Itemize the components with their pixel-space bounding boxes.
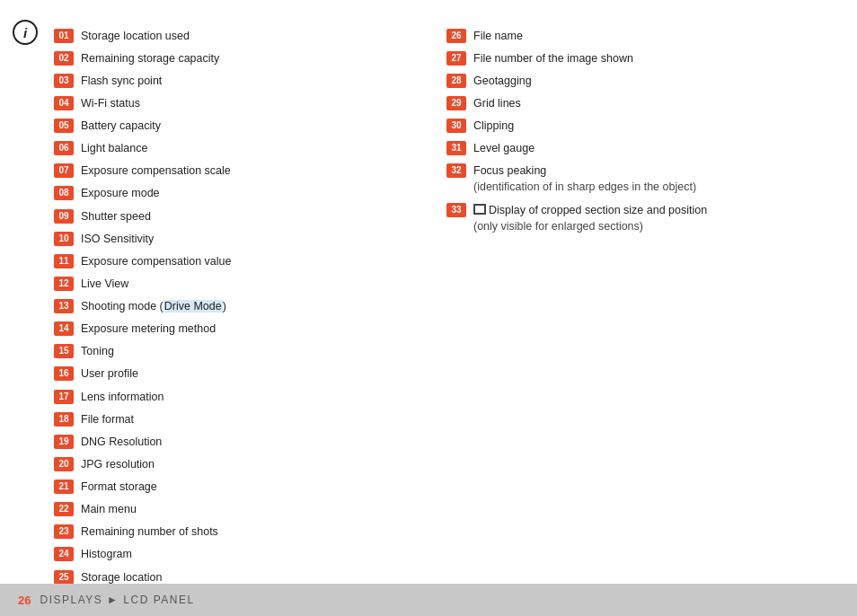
crop-section-icon [473, 204, 486, 215]
list-item: 12Live View [54, 273, 428, 294]
list-item: 28Geotagging [446, 70, 821, 91]
item-badge: 15 [54, 344, 74, 358]
item-text: Storage location used [81, 28, 190, 44]
item-badge: 26 [446, 29, 466, 43]
item-badge: 27 [446, 51, 466, 66]
item-text: Live View [81, 276, 128, 292]
item-text: Grid lines [473, 95, 521, 111]
list-item: 33Display of cropped section size and po… [446, 199, 821, 236]
item-badge: 30 [446, 119, 466, 133]
item-text: Display of cropped section size and posi… [473, 202, 707, 234]
list-item: 19DNG Resolution [54, 431, 428, 452]
list-item: 20JPG resolution [54, 453, 428, 474]
footer-number: 26 [18, 594, 31, 607]
item-text: Level gauge [473, 140, 535, 156]
list-item: 30Clipping [446, 116, 821, 136]
item-badge: 12 [54, 277, 74, 291]
item-subtext: (only visible for enlarged sections) [473, 218, 707, 234]
item-text: Exposure compensation value [81, 253, 231, 269]
item-text: Clipping [473, 118, 514, 134]
list-item: 15Toning [54, 341, 428, 362]
item-text: Shooting mode (Drive Mode) [81, 298, 226, 314]
item-text: Wi-Fi status [81, 95, 140, 111]
item-text: Histogram [81, 546, 132, 562]
list-item: 22Main menu [54, 499, 428, 520]
item-badge: 01 [54, 29, 74, 43]
item-text: Flash sync point [81, 73, 162, 89]
item-badge: 19 [54, 435, 74, 449]
item-text: DNG Resolution [81, 434, 162, 450]
item-badge: 28 [446, 74, 466, 88]
item-text: Format storage [81, 479, 157, 495]
list-item: 18File format [54, 409, 428, 429]
item-badge: 24 [54, 547, 74, 561]
item-text: Shutter speed [81, 208, 151, 224]
item-text: Battery capacity [81, 118, 161, 134]
list-item: 05Battery capacity [54, 116, 428, 136]
list-item: 09Shutter speed [54, 206, 428, 226]
page-content: 01Storage location used02Remaining stora… [0, 0, 857, 616]
item-badge: 10 [54, 232, 74, 246]
item-badge: 18 [54, 412, 74, 427]
footer-text: DISPLAYS ► LCD PANEL [40, 594, 194, 606]
list-item: 26File name [446, 25, 821, 46]
item-badge: 13 [54, 299, 74, 313]
item-text: Lens information [81, 389, 163, 405]
item-badge: 32 [446, 163, 466, 178]
item-text: Focus peaking(identification of in sharp… [473, 163, 696, 195]
list-item: 23Remaining number of shots [54, 522, 428, 542]
list-item: 10ISO Sensitivity [54, 228, 428, 249]
list-item: 06Light balance [54, 138, 428, 159]
item-text: Geotagging [473, 73, 532, 89]
item-badge: 23 [54, 524, 74, 539]
item-badge: 06 [54, 141, 74, 155]
list-item: 16User profile [54, 364, 428, 384]
info-icon: i [13, 20, 38, 45]
item-badge: 21 [54, 480, 74, 494]
item-badge: 09 [54, 209, 74, 224]
item-badge: 17 [54, 390, 74, 404]
item-text: Light balance [81, 140, 147, 156]
list-item: 24Histogram [54, 544, 428, 565]
item-badge: 11 [54, 254, 74, 268]
item-badge: 05 [54, 119, 74, 133]
item-text: Exposure metering method [81, 321, 216, 337]
item-text: File format [81, 411, 134, 427]
item-text: Main menu [81, 501, 137, 517]
item-text: File name [473, 28, 523, 44]
item-badge: 02 [54, 51, 74, 66]
list-item: 29Grid lines [446, 92, 821, 113]
item-badge: 03 [54, 74, 74, 88]
footer-bar: 26 DISPLAYS ► LCD PANEL [0, 584, 857, 616]
item-text: Exposure compensation scale [81, 163, 231, 179]
list-item: 03Flash sync point [54, 70, 428, 91]
item-text: Toning [81, 343, 114, 359]
item-badge: 16 [54, 366, 74, 381]
item-text: JPG resolution [81, 456, 155, 472]
left-column: 01Storage location used02Remaining stora… [54, 25, 428, 587]
item-text: Exposure mode [81, 185, 160, 201]
item-text: ISO Sensitivity [81, 231, 154, 247]
item-badge: 25 [54, 570, 74, 585]
list-item: 27File number of the image shown [446, 48, 821, 68]
item-text: Remaining storage capacity [81, 50, 219, 66]
item-badge: 14 [54, 321, 74, 336]
item-text: File number of the image shown [473, 50, 633, 66]
item-text: Remaining number of shots [81, 524, 218, 540]
item-badge: 22 [54, 502, 74, 516]
list-item: 11Exposure compensation value [54, 251, 428, 271]
list-item: 31Level gauge [446, 138, 821, 159]
item-badge: 08 [54, 186, 74, 200]
item-badge: 33 [446, 203, 466, 217]
item-badge: 04 [54, 96, 74, 110]
list-item: 13Shooting mode (Drive Mode) [54, 296, 428, 317]
list-item: 14Exposure metering method [54, 319, 428, 339]
item-text: Storage location [81, 569, 162, 585]
item-text: User profile [81, 365, 138, 382]
list-item: 02Remaining storage capacity [54, 48, 428, 68]
item-badge: 07 [54, 163, 74, 178]
list-item: 08Exposure mode [54, 183, 428, 204]
list-item: 17Lens information [54, 386, 428, 407]
item-badge: 31 [446, 141, 466, 155]
item-badge: 20 [54, 457, 74, 471]
